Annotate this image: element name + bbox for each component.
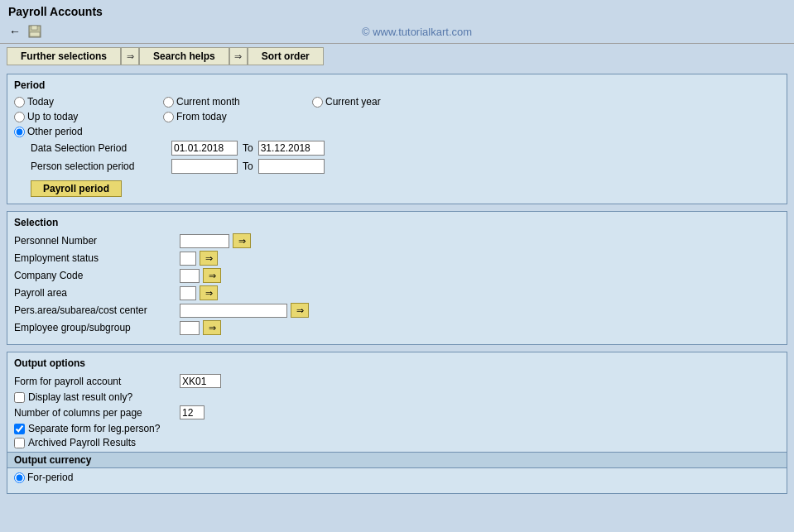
output-options-title: Output options	[14, 357, 780, 369]
today-radio-item: Today	[14, 96, 163, 108]
for-period-radio-item: For-period	[14, 472, 163, 483]
company-code-row: Company Code ⇒	[14, 268, 780, 283]
employment-status-row: Employment status ⇒	[14, 251, 780, 266]
personnel-number-arrow-btn[interactable]: ⇒	[233, 233, 251, 248]
employment-status-label: Employment status	[14, 252, 180, 264]
further-selections-arrow-icon[interactable]: ⇒	[121, 47, 139, 65]
pers-area-label: Pers.area/subarea/cost center	[14, 304, 180, 316]
current-year-radio-item: Current year	[312, 96, 461, 108]
today-label: Today	[27, 96, 54, 108]
personnel-number-row: Personnel Number ⇒	[14, 233, 780, 248]
person-selection-from-input[interactable]	[171, 159, 238, 174]
for-period-row: For-period	[14, 472, 780, 483]
payroll-area-arrow-btn[interactable]: ⇒	[200, 285, 218, 300]
watermark: © www.tutorialkart.com	[46, 26, 787, 38]
pers-area-input[interactable]	[180, 304, 287, 318]
payroll-area-label: Payroll area	[14, 287, 180, 299]
current-month-label: Current month	[176, 96, 240, 108]
for-period-label: For-period	[27, 472, 73, 483]
archived-row: Archived Payroll Results	[14, 437, 780, 448]
tab-search-helps[interactable]: Search helps	[139, 47, 229, 65]
data-selection-label: Data Selection Period	[31, 142, 171, 154]
current-year-label: Current year	[325, 96, 381, 108]
up-to-today-radio[interactable]	[14, 112, 25, 122]
output-options-section: Output options Form for payroll account …	[7, 352, 787, 494]
period-section: Period Today Current month Current year …	[7, 74, 787, 204]
person-selection-label: Person selection period	[31, 161, 171, 172]
employee-group-arrow-btn[interactable]: ⇒	[203, 320, 221, 335]
from-today-radio[interactable]	[163, 112, 174, 122]
archived-checkbox[interactable]	[14, 438, 25, 448]
archived-label: Archived Payroll Results	[28, 437, 136, 448]
current-month-radio-item: Current month	[163, 96, 312, 108]
person-selection-row: Person selection period To	[14, 159, 780, 174]
other-period-radio-item: Other period	[14, 126, 163, 137]
svg-rect-1	[31, 26, 37, 30]
display-last-label: Display last result only?	[28, 391, 132, 403]
up-to-today-radio-item: Up to today	[14, 111, 163, 122]
payroll-area-input[interactable]	[180, 286, 196, 300]
personnel-number-input[interactable]	[180, 234, 229, 248]
selection-section: Selection Personnel Number ⇒ Employment …	[7, 211, 787, 345]
num-columns-label: Number of columns per page	[14, 407, 180, 419]
pers-area-row: Pers.area/subarea/cost center ⇒	[14, 303, 780, 318]
search-helps-arrow-icon[interactable]: ⇒	[229, 47, 248, 65]
up-to-today-label: Up to today	[27, 111, 78, 122]
payroll-area-row: Payroll area ⇒	[14, 285, 780, 300]
period-radio-row-2: Up to today From today	[14, 111, 780, 122]
payroll-period-button[interactable]: Payroll period	[31, 180, 122, 197]
selection-section-title: Selection	[14, 217, 780, 228]
form-payroll-input[interactable]	[180, 374, 221, 388]
back-icon[interactable]: ←	[7, 23, 23, 40]
current-month-radio[interactable]	[163, 97, 174, 108]
toolbar: ← © www.tutorialkart.com	[0, 20, 794, 44]
data-selection-row: Data Selection Period To	[14, 141, 780, 156]
tab-further-selections[interactable]: Further selections	[7, 47, 121, 65]
form-payroll-label: Form for payroll account	[14, 376, 180, 387]
from-today-label: From today	[176, 111, 227, 122]
from-today-radio-item: From today	[163, 111, 312, 122]
personnel-number-label: Personnel Number	[14, 235, 180, 247]
separate-form-row: Separate form for leg.person?	[14, 423, 780, 434]
today-radio[interactable]	[14, 97, 25, 108]
other-period-label: Other period	[27, 126, 83, 137]
page-title: Payroll Accounts	[0, 0, 794, 20]
period-radio-row-1: Today Current month Current year	[14, 96, 780, 108]
separate-form-label: Separate form for leg.person?	[28, 423, 160, 434]
current-year-radio[interactable]	[312, 97, 323, 108]
employee-group-row: Employee group/subgroup ⇒	[14, 320, 780, 335]
tab-sort-order[interactable]: Sort order	[248, 47, 324, 65]
company-code-label: Company Code	[14, 270, 180, 281]
company-code-arrow-btn[interactable]: ⇒	[203, 268, 221, 283]
person-selection-to-input[interactable]	[258, 159, 325, 174]
form-payroll-row: Form for payroll account	[14, 374, 780, 388]
employee-group-label: Employee group/subgroup	[14, 322, 180, 333]
period-radio-row-3: Other period	[14, 126, 780, 137]
data-selection-from-input[interactable]	[171, 141, 238, 156]
employment-status-arrow-btn[interactable]: ⇒	[200, 251, 218, 266]
employment-status-input[interactable]	[180, 252, 196, 266]
output-currency-title: Output currency	[7, 452, 787, 468]
person-selection-to-label: To	[243, 161, 253, 172]
employee-group-input[interactable]	[180, 321, 200, 335]
period-section-title: Period	[14, 79, 780, 91]
data-selection-to-label: To	[243, 142, 253, 154]
save-icon[interactable]	[26, 23, 43, 40]
tab-bar: Further selections ⇒ Search helps ⇒ Sort…	[0, 44, 794, 69]
main-content: Period Today Current month Current year …	[0, 69, 794, 506]
display-last-checkbox[interactable]	[14, 392, 25, 403]
pers-area-arrow-btn[interactable]: ⇒	[291, 303, 309, 318]
display-last-row: Display last result only?	[14, 391, 780, 403]
num-columns-row: Number of columns per page	[14, 405, 780, 419]
data-selection-to-input[interactable]	[258, 141, 325, 156]
other-period-radio[interactable]	[14, 127, 25, 137]
num-columns-input[interactable]	[180, 405, 205, 419]
for-period-radio[interactable]	[14, 472, 25, 483]
separate-form-checkbox[interactable]	[14, 424, 25, 434]
company-code-input[interactable]	[180, 269, 200, 283]
svg-rect-2	[30, 32, 40, 36]
